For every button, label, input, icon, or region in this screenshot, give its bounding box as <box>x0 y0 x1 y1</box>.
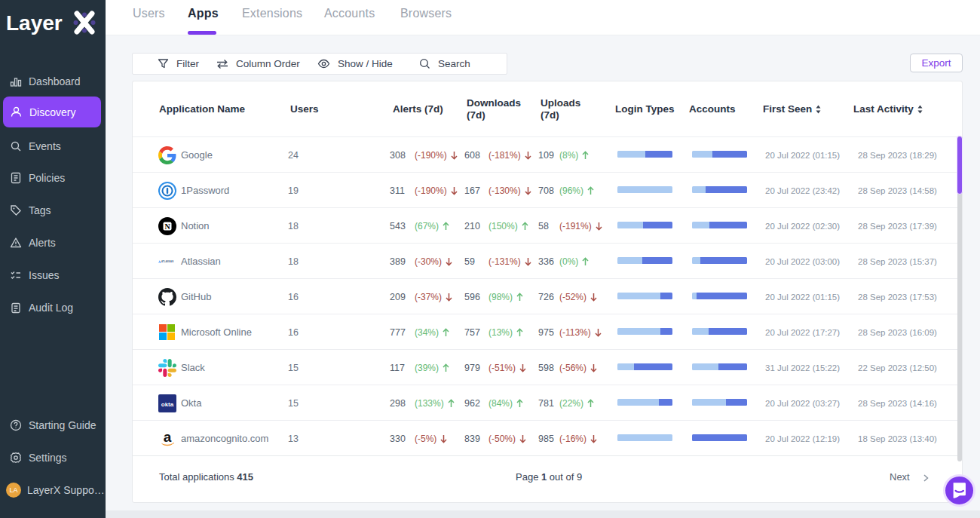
svg-text:ATLASSIAN: ATLASSIAN <box>161 260 173 263</box>
svg-text:a: a <box>164 430 172 445</box>
svg-text:okta: okta <box>161 400 174 407</box>
svg-text:Layer: Layer <box>6 11 63 35</box>
svg-text:N: N <box>164 222 170 230</box>
